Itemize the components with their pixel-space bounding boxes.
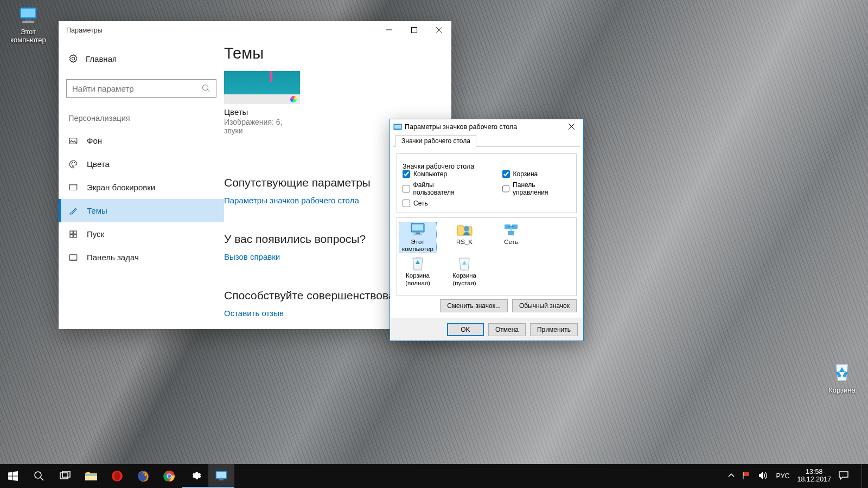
tray-chevron-up[interactable] xyxy=(728,472,735,480)
page-title: Темы xyxy=(224,44,451,62)
tabstrip: Значки рабочего стола xyxy=(393,134,580,147)
default-icon-button[interactable]: Обычный значок xyxy=(512,299,577,312)
checkbox-user-files[interactable]: Файлы пользователя xyxy=(403,181,475,196)
maximize-button[interactable] xyxy=(401,21,426,39)
minimize-button[interactable] xyxy=(376,21,401,39)
change-icon-button[interactable]: Сменить значок... xyxy=(440,299,508,312)
svg-rect-29 xyxy=(60,473,68,479)
home-link[interactable]: Главная xyxy=(59,48,224,69)
recycle-empty-icon xyxy=(456,256,473,271)
sidebar-item-taskbar[interactable]: Панель задач xyxy=(59,246,224,269)
taskbar-opera[interactable] xyxy=(104,464,130,488)
control-panel-icon xyxy=(215,470,227,481)
theme-tile[interactable]: Цветы Изображения: 6, звуки xyxy=(224,71,300,135)
task-view-button[interactable] xyxy=(52,464,78,488)
label: Цвета xyxy=(87,159,110,169)
desktop-this-pc[interactable]: Этот компьютер xyxy=(5,6,51,44)
taskbar-settings[interactable] xyxy=(182,464,208,488)
tray-volume[interactable] xyxy=(758,471,768,481)
svg-rect-15 xyxy=(74,234,76,237)
search-box[interactable] xyxy=(66,79,216,98)
svg-rect-23 xyxy=(413,234,422,235)
picture-icon xyxy=(68,136,78,146)
label: RS_K xyxy=(446,239,483,246)
checkbox-computer[interactable]: Компьютер xyxy=(403,170,475,178)
label: Темы xyxy=(87,206,107,215)
tray-language[interactable]: РУС xyxy=(776,472,789,480)
checkbox-recycle[interactable]: Корзина xyxy=(502,170,571,178)
svg-rect-30 xyxy=(62,471,70,477)
dialog-titlebar[interactable]: Параметры значков рабочего стола xyxy=(390,119,583,134)
checkbox-group: Значки рабочего стола Компьютер Файлы по… xyxy=(397,153,577,213)
svg-rect-19 xyxy=(394,125,401,129)
show-desktop-button[interactable] xyxy=(861,464,865,488)
svg-rect-41 xyxy=(219,479,224,480)
time: 13:58 xyxy=(797,468,831,476)
grid-item-this-pc[interactable]: Этот компьютер xyxy=(399,222,436,253)
taskbar-icon xyxy=(68,253,78,262)
recycle-icon xyxy=(831,361,853,384)
label: Фон xyxy=(87,136,102,145)
grid-item-user[interactable]: RS_K xyxy=(446,222,483,253)
label: Корзина (полная) xyxy=(399,272,436,286)
sidebar-item-lockscreen[interactable]: Экран блокировки xyxy=(59,176,224,199)
start-icon xyxy=(68,229,78,239)
svg-rect-3 xyxy=(22,21,34,23)
search-input[interactable] xyxy=(72,84,202,93)
checkbox-control-panel[interactable]: Панель управления xyxy=(502,181,571,196)
help-link[interactable]: Вызов справки xyxy=(224,252,280,261)
label: Сеть xyxy=(493,239,529,246)
sidebar-item-background[interactable]: Фон xyxy=(59,129,224,152)
titlebar[interactable]: Параметры xyxy=(59,21,451,39)
svg-rect-14 xyxy=(70,234,73,237)
svg-rect-4 xyxy=(411,28,417,33)
close-button[interactable] xyxy=(426,21,451,39)
user-folder-icon xyxy=(456,222,473,237)
checkbox-network[interactable]: Сеть xyxy=(403,200,475,207)
start-button[interactable] xyxy=(0,464,26,488)
taskbar-chrome[interactable] xyxy=(156,464,182,488)
group-label: Значки рабочего стола xyxy=(403,163,571,170)
desktop-icons-link[interactable]: Параметры значков рабочего стола xyxy=(224,196,359,205)
grid-item-recycle-empty[interactable]: Корзина (пустая) xyxy=(446,256,483,286)
taskbar-explorer[interactable] xyxy=(78,464,104,488)
tray-action-center[interactable] xyxy=(839,471,848,481)
opera-icon xyxy=(111,470,123,482)
category-label: Персонализация xyxy=(68,114,224,123)
control-panel-icon xyxy=(393,123,402,131)
action-center-icon xyxy=(839,471,848,480)
theme-preview xyxy=(224,71,300,94)
taskbar-desktop-icon-settings[interactable] xyxy=(208,464,234,488)
tray-clock[interactable]: 13:58 18.12.2017 xyxy=(797,468,831,484)
sidebar-item-start[interactable]: Пуск xyxy=(59,222,224,246)
label: Корзина xyxy=(819,386,865,394)
recycle-full-icon xyxy=(409,256,426,271)
pc-icon xyxy=(409,222,426,237)
palette-icon xyxy=(68,159,78,169)
label: Файлы пользователя xyxy=(413,181,475,196)
svg-rect-13 xyxy=(74,231,76,234)
tray-security[interactable] xyxy=(742,471,751,481)
feedback-link[interactable]: Оставить отзыв xyxy=(224,309,284,318)
colorwheel-icon xyxy=(290,96,297,102)
ok-button[interactable]: OK xyxy=(447,323,484,336)
cancel-button[interactable]: Отмена xyxy=(488,323,526,336)
apply-button[interactable]: Применить xyxy=(530,323,578,336)
sidebar-item-colors[interactable]: Цвета xyxy=(59,152,224,176)
dialog-close-button[interactable] xyxy=(560,120,582,133)
label: Сеть xyxy=(413,200,428,207)
theme-colorbar xyxy=(224,94,300,104)
gear-icon xyxy=(68,54,78,63)
lockscreen-icon xyxy=(68,183,78,192)
tab-desktop-icons[interactable]: Значки рабочего стола xyxy=(395,135,476,147)
svg-point-38 xyxy=(168,474,171,478)
label: Этот компьютер xyxy=(5,28,51,44)
grid-item-recycle-full[interactable]: Корзина (полная) xyxy=(399,256,436,286)
desktop-recycle-bin[interactable]: Корзина xyxy=(819,361,865,394)
sidebar: Главная Персонализация Фон Цвета Экран б xyxy=(59,39,224,329)
taskbar-firefox[interactable] xyxy=(130,464,156,488)
sidebar-item-themes[interactable]: Темы xyxy=(59,199,224,222)
search-button[interactable] xyxy=(26,464,52,488)
label: Пуск xyxy=(87,229,104,239)
grid-item-network[interactable]: Сеть xyxy=(493,222,529,253)
